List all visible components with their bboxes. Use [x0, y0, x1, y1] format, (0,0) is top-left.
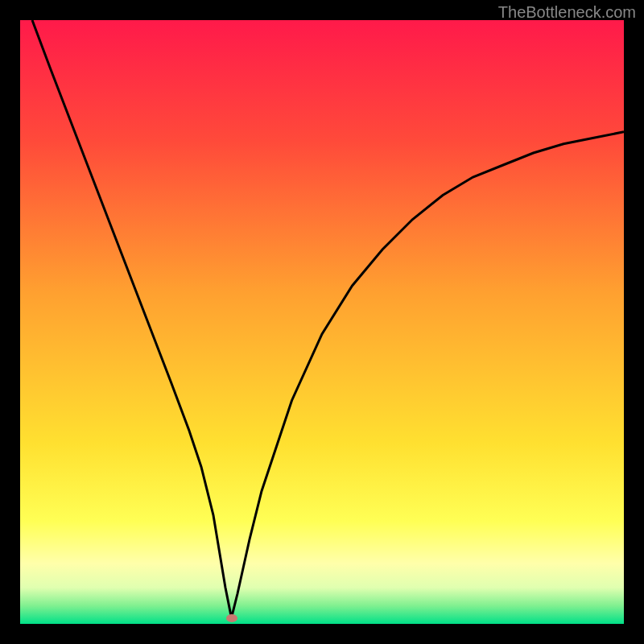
- watermark-text: TheBottleneck.com: [498, 3, 636, 22]
- plot-area: [20, 20, 624, 624]
- optimal-marker: [226, 614, 237, 622]
- bottleneck-curve: [32, 20, 624, 618]
- chart-container: TheBottleneck.com: [0, 0, 644, 644]
- curve-layer: [20, 20, 624, 624]
